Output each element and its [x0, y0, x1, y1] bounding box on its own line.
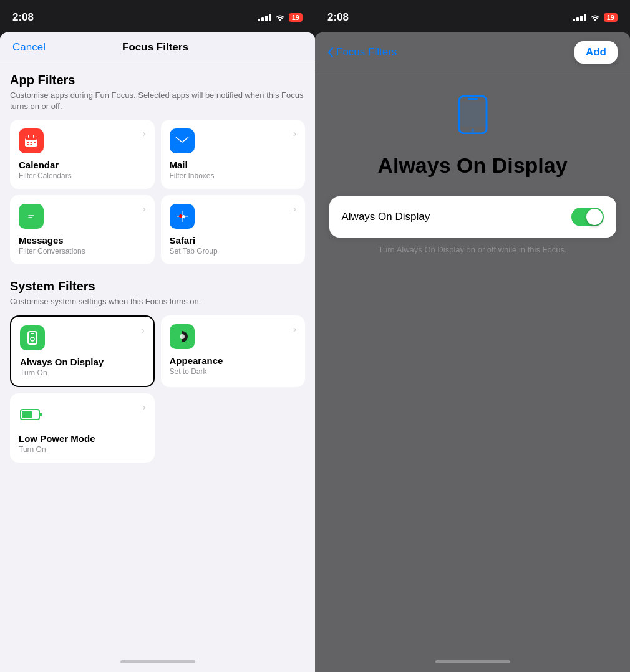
- calendar-sub: Filter Calendars: [19, 171, 146, 180]
- svg-rect-8: [31, 144, 32, 145]
- filter-item-safari[interactable]: › Safari Set Tab Group: [161, 195, 306, 264]
- home-indicator-right: [315, 651, 630, 672]
- svg-rect-23: [460, 102, 485, 127]
- time-left: 2:08: [12, 11, 34, 24]
- app-filters-subtitle: Customise apps during Fun Focus. Selecte…: [10, 90, 305, 112]
- cancel-button[interactable]: Cancel: [12, 41, 46, 54]
- page-title-left: Focus Filters: [122, 41, 188, 54]
- nav-bar-right: Focus Filters Add: [315, 32, 630, 70]
- appearance-name: Appearance: [170, 355, 297, 366]
- wifi-icon: [275, 12, 285, 22]
- calendar-icon: [19, 128, 44, 153]
- back-label: Focus Filters: [336, 46, 397, 59]
- aod-title: Always On Display: [377, 153, 567, 178]
- chevron-icon: ›: [293, 324, 296, 334]
- svg-rect-4: [27, 142, 29, 143]
- toggle-card: Always On Display: [329, 196, 616, 238]
- screen-left: Cancel Focus Filters App Filters Customi…: [0, 32, 315, 672]
- chevron-icon: ›: [143, 128, 146, 138]
- filter-item-low-power[interactable]: › Low Power Mode Turn On: [10, 393, 155, 463]
- low-power-icon: [19, 402, 44, 427]
- home-indicator-left: [0, 651, 315, 672]
- status-bar-left: 2:08 19: [0, 0, 315, 32]
- battery-badge-left: 19: [289, 13, 303, 22]
- status-icons-left: 19: [258, 12, 303, 22]
- chevron-icon: ›: [293, 128, 296, 138]
- filter-item-appearance[interactable]: › Appearance Set to Dark: [161, 315, 306, 387]
- system-filters-subtitle: Customise system settings when this Focu…: [10, 296, 305, 307]
- always-on-icon: [20, 325, 45, 350]
- wifi-icon-right: [590, 12, 600, 22]
- svg-rect-1: [25, 136, 37, 140]
- screen-right: Focus Filters Add Always On Display Alwa…: [315, 32, 630, 672]
- signal-icon: [258, 14, 271, 21]
- safari-sub: Set Tab Group: [170, 247, 297, 256]
- aod-content: Always On Display Always On Display Turn…: [315, 70, 630, 651]
- left-phone-panel: 2:08 19 Cancel Focus Filters: [0, 0, 315, 672]
- appearance-sub: Set to Dark: [170, 367, 297, 376]
- mail-sub: Filter Inboxes: [170, 171, 297, 180]
- chevron-icon: ›: [293, 204, 296, 214]
- svg-point-24: [471, 129, 474, 132]
- appearance-icon: [170, 324, 195, 349]
- svg-rect-2: [28, 135, 29, 138]
- svg-rect-7: [27, 144, 29, 145]
- add-button[interactable]: Add: [574, 41, 618, 64]
- aod-phone-icon: [457, 95, 489, 141]
- chevron-icon: ›: [143, 204, 146, 214]
- system-filters-title: System Filters: [10, 279, 305, 294]
- back-button[interactable]: Focus Filters: [327, 46, 397, 59]
- messages-icon: [19, 204, 44, 229]
- safari-name: Safari: [170, 235, 297, 246]
- app-filters-section: App Filters Customise apps during Fun Fo…: [10, 73, 305, 112]
- svg-rect-14: [31, 333, 34, 334]
- filter-item-always-on[interactable]: › Always On Display Turn On: [10, 315, 155, 387]
- low-power-name: Low Power Mode: [19, 433, 146, 444]
- home-bar: [120, 660, 195, 663]
- chevron-icon: ›: [142, 325, 145, 335]
- svg-rect-22: [468, 98, 478, 100]
- nav-bar-left: Cancel Focus Filters: [0, 32, 315, 60]
- filter-item-mail[interactable]: › Mail Filter Inboxes: [161, 120, 306, 189]
- mail-name: Mail: [170, 160, 297, 170]
- scroll-area-left: App Filters Customise apps during Fun Fo…: [0, 60, 315, 651]
- svg-point-17: [180, 334, 185, 339]
- status-icons-right: 19: [573, 12, 618, 22]
- low-power-sub: Turn On: [19, 445, 146, 454]
- svg-rect-6: [34, 142, 36, 143]
- helper-text: Turn Always On Display on or off while i…: [366, 245, 579, 254]
- system-filters-section: System Filters Customise system settings…: [10, 279, 305, 307]
- always-on-sub: Turn On: [20, 368, 145, 377]
- app-filters-title: App Filters: [10, 73, 305, 87]
- system-filters-grid: › Always On Display Turn On ›: [10, 315, 305, 463]
- svg-rect-20: [39, 413, 42, 416]
- svg-rect-9: [175, 136, 189, 146]
- toggle-switch[interactable]: [571, 208, 604, 226]
- toggle-label: Always On Display: [342, 211, 430, 223]
- svg-rect-3: [33, 135, 34, 138]
- app-filters-grid: › Calen: [10, 120, 305, 264]
- battery-badge-right: 19: [604, 13, 618, 22]
- svg-rect-19: [22, 411, 32, 418]
- filter-item-calendar[interactable]: › Calen: [10, 120, 155, 189]
- status-bar-right: 2:08 19: [315, 0, 630, 32]
- svg-rect-5: [31, 142, 32, 143]
- always-on-name: Always On Display: [20, 357, 145, 367]
- right-phone-panel: 2:08 19: [315, 0, 630, 672]
- messages-sub: Filter Conversations: [19, 247, 146, 256]
- calendar-name: Calendar: [19, 160, 146, 170]
- chevron-icon: ›: [143, 402, 146, 412]
- mail-icon: [170, 128, 195, 153]
- messages-name: Messages: [19, 235, 146, 246]
- home-bar-right: [435, 660, 510, 663]
- safari-icon: [170, 204, 195, 229]
- svg-point-15: [31, 337, 34, 341]
- time-right: 2:08: [327, 11, 349, 24]
- signal-icon-right: [573, 14, 586, 21]
- filter-item-messages[interactable]: › Messages Filter Conversations: [10, 195, 155, 264]
